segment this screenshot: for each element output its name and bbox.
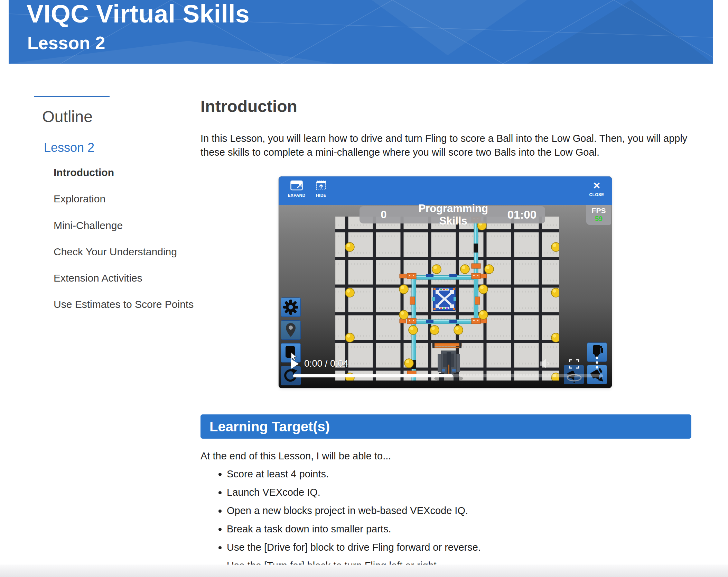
time-display: 0:00 / 0:04 bbox=[304, 358, 348, 369]
match-mode-label: Programming Skills bbox=[408, 202, 499, 227]
fullscreen-icon bbox=[569, 359, 579, 369]
expand-button[interactable]: EXPAND bbox=[286, 180, 308, 198]
simulator-viewport: 0 Programming Skills 01:00 FPS 59 bbox=[279, 205, 612, 388]
hide-button[interactable]: HIDE bbox=[313, 180, 329, 198]
volume-button[interactable] bbox=[539, 358, 551, 371]
progress-bar[interactable] bbox=[293, 374, 603, 377]
more-options-button[interactable] bbox=[595, 356, 599, 373]
location-pin-icon bbox=[283, 322, 299, 338]
sidebar-item-extension-activities[interactable]: Extension Activities bbox=[54, 272, 142, 284]
play-icon bbox=[291, 359, 299, 369]
learning-targets-lead: At the end of this Lesson, I will be abl… bbox=[200, 450, 391, 462]
learning-targets-banner: Learning Target(s) bbox=[200, 414, 691, 439]
page-subtitle: Lesson 2 bbox=[27, 33, 105, 53]
close-icon: ✕ bbox=[587, 180, 606, 191]
play-button[interactable] bbox=[291, 359, 299, 370]
learning-targets-heading: Learning Target(s) bbox=[209, 419, 330, 434]
page-title: VIQC Virtual Skills bbox=[27, 0, 250, 28]
more-options-icon bbox=[595, 356, 599, 372]
close-button[interactable]: ✕ CLOSE bbox=[587, 180, 606, 197]
location-pin-button[interactable] bbox=[281, 320, 301, 340]
sidebar-lesson-link[interactable]: Lesson 2 bbox=[44, 140, 94, 155]
sidebar-accent-line bbox=[34, 96, 110, 97]
list-item: Score at least 4 points. bbox=[227, 467, 481, 481]
video-player[interactable]: EXPAND HIDE ✕ CLOSE bbox=[279, 176, 612, 388]
fps-value: 59 bbox=[586, 215, 611, 222]
learning-targets-list: Score at least 4 points. Launch VEXcode … bbox=[200, 467, 481, 577]
fullscreen-button[interactable] bbox=[569, 359, 579, 370]
sidebar-item-introduction[interactable]: Introduction bbox=[54, 167, 114, 178]
sidebar-item-mini-challenge[interactable]: Mini-Challenge bbox=[54, 220, 123, 231]
list-item: Break a task down into smaller parts. bbox=[227, 522, 481, 536]
intro-paragraph: In this Lesson, you will learn how to dr… bbox=[200, 131, 693, 159]
field-view bbox=[335, 217, 559, 381]
list-item: Use the [Drive for] block to drive Fling… bbox=[227, 540, 481, 554]
expand-icon bbox=[290, 180, 303, 191]
section-divider bbox=[0, 565, 728, 577]
score-value: 0 bbox=[360, 209, 408, 221]
progress-fill bbox=[293, 374, 453, 377]
scoreboard: 0 Programming Skills 01:00 bbox=[360, 206, 545, 223]
sidebar-item-check-your-understanding[interactable]: Check Your Understanding bbox=[54, 246, 177, 258]
gear-icon bbox=[283, 299, 299, 315]
header-banner: VIQC Virtual Skills Lesson 2 bbox=[9, 0, 713, 64]
settings-button[interactable] bbox=[281, 297, 301, 317]
section-heading: Introduction bbox=[200, 97, 297, 116]
sidebar-item-use-estimates[interactable]: Use Estimates to Score Points bbox=[54, 299, 194, 310]
outline-heading: Outline bbox=[42, 107, 93, 126]
list-item: Open a new blocks project in web-based V… bbox=[227, 504, 481, 518]
list-item: Launch VEXcode IQ. bbox=[227, 485, 481, 499]
match-timer: 01:00 bbox=[499, 208, 545, 221]
player-top-bar: EXPAND HIDE ✕ CLOSE bbox=[279, 176, 612, 205]
hide-icon bbox=[316, 180, 326, 191]
fps-badge: FPS 59 bbox=[586, 205, 611, 225]
sidebar-item-exploration[interactable]: Exploration bbox=[54, 193, 105, 205]
fps-label: FPS bbox=[586, 207, 611, 215]
volume-muted-icon bbox=[539, 358, 551, 369]
